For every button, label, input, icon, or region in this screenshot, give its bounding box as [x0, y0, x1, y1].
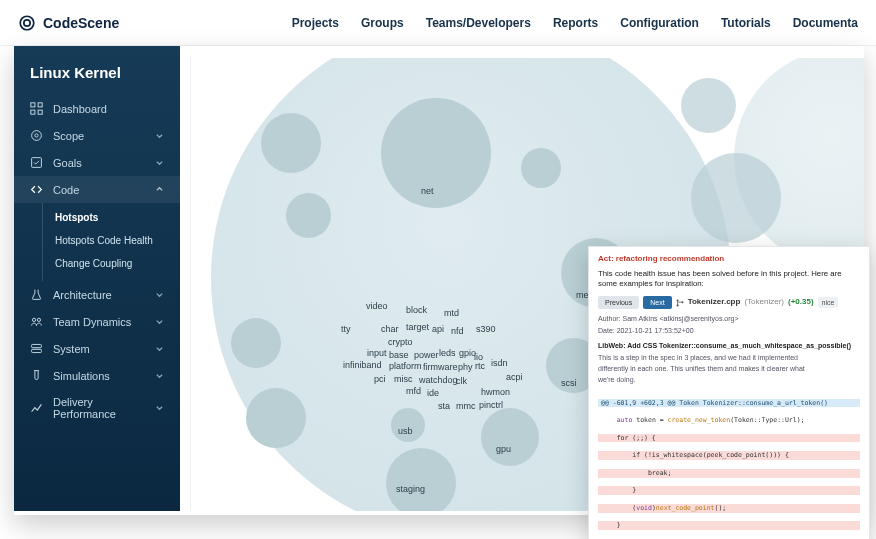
project-title: Linux Kernel: [14, 46, 180, 95]
chevron-down-icon: [155, 157, 164, 169]
sidebar-item-code[interactable]: Code: [14, 176, 180, 203]
server-icon: [30, 342, 43, 355]
branch-icon: [676, 299, 684, 307]
overlay-author: Author: Sam Atkins <atkinsj@serenityos.o…: [598, 314, 860, 323]
nav-reports[interactable]: Reports: [553, 16, 598, 30]
svg-point-14: [676, 304, 678, 306]
sidebar-item-architecture[interactable]: Architecture: [14, 281, 180, 308]
commit-msg-line: differently in each one. This unifies th…: [598, 364, 860, 373]
cluster-small[interactable]: [246, 388, 306, 448]
top-nav: Projects Groups Teams/Developers Reports…: [292, 16, 858, 30]
sidebar-item-simulations[interactable]: Simulations: [14, 362, 180, 389]
sidebar-item-label: Goals: [53, 157, 82, 169]
target-icon: [30, 129, 43, 142]
sidebar: Linux Kernel Dashboard Scope Goals Code …: [14, 46, 180, 511]
overlay-subtitle: This code health issue has been solved b…: [598, 269, 860, 290]
overlay-score: (+0.35): [788, 297, 814, 308]
sidebar-item-label: Scope: [53, 130, 84, 142]
chart-icon: [30, 402, 43, 415]
chevron-down-icon: [155, 343, 164, 355]
code-icon: [30, 183, 43, 196]
sidebar-item-label: Architecture: [53, 289, 112, 301]
overlay-file: Tokenizer.cpp: [688, 297, 741, 308]
diff-line-del: if (!is_whitespace(peek_code_point())) {: [598, 451, 860, 460]
cluster-net[interactable]: [381, 98, 491, 208]
prev-button[interactable]: Previous: [598, 296, 639, 309]
sidebar-item-system[interactable]: System: [14, 335, 180, 362]
chevron-down-icon: [155, 370, 164, 382]
svg-point-13: [676, 299, 678, 301]
chevron-down-icon: [155, 289, 164, 301]
grid-icon: [30, 102, 43, 115]
tube-icon: [30, 369, 43, 382]
cluster-small[interactable]: [231, 318, 281, 368]
svg-point-7: [35, 134, 38, 137]
nav-groups[interactable]: Groups: [361, 16, 404, 30]
svg-rect-4: [31, 110, 35, 114]
sidebar-item-label: Simulations: [53, 370, 110, 382]
svg-point-9: [32, 318, 35, 321]
diff-line-del: (void)next_code_point();: [598, 504, 860, 513]
sidebar-item-delivery[interactable]: Delivery Performance: [14, 389, 180, 427]
cluster-small[interactable]: [521, 148, 561, 188]
cluster-small[interactable]: [681, 78, 736, 133]
cluster-small[interactable]: [691, 153, 781, 243]
code-subnav: Hotspots Hotspots Code Health Change Cou…: [42, 203, 180, 281]
sidebar-item-label: System: [53, 343, 90, 355]
sidebar-item-label: Delivery Performance: [53, 396, 145, 420]
overlay-title: Act: refactoring recommendation: [598, 254, 860, 265]
sidebar-item-goals[interactable]: Goals: [14, 149, 180, 176]
chevron-up-icon: [155, 184, 164, 196]
diff-line: auto auto token = create_new_token(Token…: [598, 416, 860, 425]
sidebar-item-label: Dashboard: [53, 103, 107, 115]
svg-point-6: [32, 131, 42, 141]
cluster-gpu[interactable]: [481, 408, 539, 466]
overlay-nav: Previous Next Tokenizer.cpp (Tokenizer) …: [598, 296, 860, 309]
chevron-down-icon: [155, 316, 164, 328]
nav-teams[interactable]: Teams/Developers: [426, 16, 531, 30]
nav-projects[interactable]: Projects: [292, 16, 339, 30]
svg-rect-3: [38, 103, 42, 107]
brand-name: CodeScene: [43, 15, 119, 31]
sidebar-item-dashboard[interactable]: Dashboard: [14, 95, 180, 122]
diff-hunk: @@ -601,9 +602,3 @@ Token Tokenizer::con…: [598, 399, 860, 408]
cluster-small[interactable]: [261, 113, 321, 173]
sidebar-item-label: Team Dynamics: [53, 316, 131, 328]
diff-line-del: for (;;) {: [598, 434, 860, 443]
people-icon: [30, 315, 43, 328]
svg-point-1: [24, 19, 30, 25]
cluster-usb[interactable]: [391, 408, 425, 442]
cluster-staging[interactable]: [386, 448, 456, 511]
overlay-tag: nice: [818, 297, 839, 308]
nav-tutorials[interactable]: Tutorials: [721, 16, 771, 30]
cluster-small[interactable]: [286, 193, 331, 238]
svg-rect-2: [31, 103, 35, 107]
next-button[interactable]: Next: [643, 296, 671, 309]
chevron-down-icon: [155, 130, 164, 142]
svg-rect-8: [32, 158, 42, 168]
diff-line-del: }: [598, 521, 860, 530]
diff-line-del: }: [598, 486, 860, 495]
nav-documentation[interactable]: Documenta: [793, 16, 858, 30]
svg-rect-12: [32, 349, 42, 352]
diff-block[interactable]: @@ -601,9 +602,3 @@ Token Tokenizer::con…: [598, 390, 860, 539]
brand[interactable]: CodeScene: [18, 14, 119, 32]
check-icon: [30, 156, 43, 169]
subnav-hotspots[interactable]: Hotspots: [43, 206, 180, 229]
recommendation-overlay: Act: refactoring recommendation This cod…: [588, 246, 870, 539]
brand-icon: [18, 14, 36, 32]
top-bar: CodeScene Projects Groups Teams/Develope…: [0, 0, 876, 46]
nav-configuration[interactable]: Configuration: [620, 16, 699, 30]
sidebar-item-scope[interactable]: Scope: [14, 122, 180, 149]
subnav-hotspots-health[interactable]: Hotspots Code Health: [43, 229, 180, 252]
svg-point-15: [681, 301, 683, 303]
svg-point-0: [20, 16, 34, 30]
overlay-date: Date: 2021-10-21 17:53:52+00: [598, 326, 860, 335]
subnav-change-coupling[interactable]: Change Coupling: [43, 252, 180, 275]
diff-line-del: break;: [598, 469, 860, 478]
sidebar-item-team[interactable]: Team Dynamics: [14, 308, 180, 335]
commit-msg-line: we're doing.: [598, 375, 860, 384]
commit-msg-line: This is a step in the spec in 3 places, …: [598, 353, 860, 362]
svg-point-10: [37, 318, 40, 321]
chevron-down-icon: [155, 402, 164, 414]
